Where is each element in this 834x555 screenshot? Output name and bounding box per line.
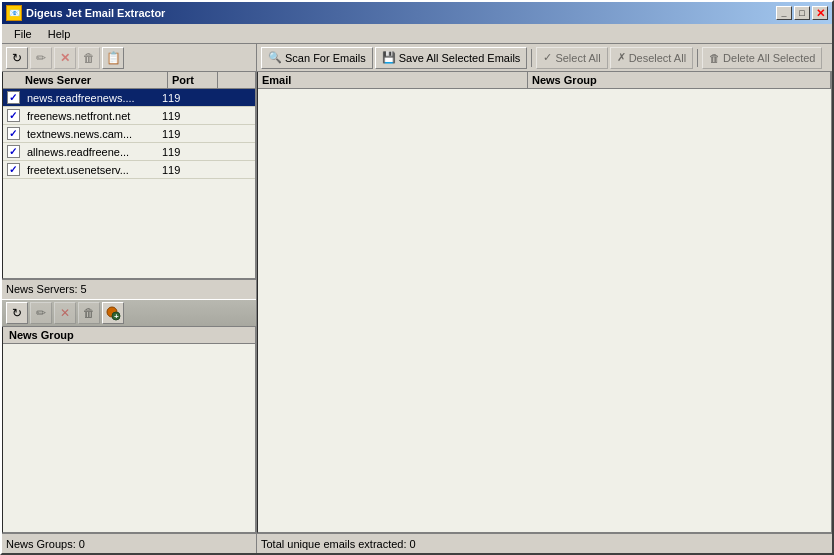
newsgroups-list: News Group <box>2 327 256 534</box>
servers-trash-button[interactable]: 🗑 <box>78 47 100 69</box>
server-name-3: allnews.readfreene... <box>23 146 158 158</box>
maximize-button[interactable]: □ <box>794 6 810 20</box>
delete-icon: 🗑 <box>709 52 720 64</box>
newsgroups-toolbar: ↻ ✏ ✕ 🗑 + <box>2 299 256 327</box>
servers-count: News Servers: 5 <box>6 283 87 295</box>
ng-delete-button[interactable]: ✕ <box>54 302 76 324</box>
header-newsgroup: News Group <box>3 327 78 343</box>
emails-count: Total unique emails extracted: 0 <box>261 538 416 550</box>
servers-refresh-button[interactable]: ↻ <box>6 47 28 69</box>
servers-delete-button[interactable]: ✕ <box>54 47 76 69</box>
server-port-0: 119 <box>158 92 203 104</box>
ng-edit-button[interactable]: ✏ <box>30 302 52 324</box>
header-email: Email <box>258 72 528 88</box>
server-row[interactable]: freetext.usenetserv... 119 <box>3 161 255 179</box>
toolbar-separator-1 <box>531 49 532 67</box>
checkmark-3 <box>7 145 20 158</box>
server-port-2: 119 <box>158 128 203 140</box>
scan-icon: 🔍 <box>268 51 282 64</box>
menu-help[interactable]: Help <box>40 26 79 42</box>
deselect-label: Deselect All <box>629 52 686 64</box>
deselect-all-button[interactable]: ✗ Deselect All <box>610 47 693 69</box>
row-checkbox-0[interactable] <box>3 89 23 107</box>
deselect-icon: ✗ <box>617 51 626 64</box>
checkmark-0 <box>7 91 20 104</box>
svg-text:+: + <box>114 312 119 321</box>
emails-status: Total unique emails extracted: 0 <box>257 533 832 553</box>
select-all-button[interactable]: ✓ Select All <box>536 47 607 69</box>
right-panel: 🔍 Scan For Emails 💾 Save All Selected Em… <box>257 44 832 553</box>
row-checkbox-3[interactable] <box>3 143 23 161</box>
scan-label: Scan For Emails <box>285 52 366 64</box>
servers-toolbar: ↻ ✏ ✕ 🗑 📋 <box>2 44 256 72</box>
emails-toolbar: 🔍 Scan For Emails 💾 Save All Selected Em… <box>257 44 832 72</box>
checkmark-1 <box>7 109 20 122</box>
row-checkbox-4[interactable] <box>3 161 23 179</box>
row-checkbox-2[interactable] <box>3 125 23 143</box>
emails-list-header: Email News Group <box>258 72 831 89</box>
server-row[interactable]: freenews.netfront.net 119 <box>3 107 255 125</box>
window-title: Digeus Jet Email Extractor <box>26 7 165 19</box>
newsgroups-status: News Groups: 0 <box>2 533 256 553</box>
delete-all-button[interactable]: 🗑 Delete All Selected <box>702 47 822 69</box>
server-name-4: freetext.usenetserv... <box>23 164 158 176</box>
delete-label: Delete All Selected <box>723 52 815 64</box>
server-port-4: 119 <box>158 164 203 176</box>
main-content: ↻ ✏ ✕ 🗑 📋 News Server Port news.readfree… <box>2 44 832 553</box>
server-name-0: news.readfreenews.... <box>23 92 158 104</box>
header-server: News Server <box>3 72 168 88</box>
window-controls: _ □ ✕ <box>776 6 828 20</box>
close-button[interactable]: ✕ <box>812 6 828 20</box>
app-icon: 📧 <box>6 5 22 21</box>
newsgroups-count: News Groups: 0 <box>6 538 85 550</box>
servers-edit-button[interactable]: ✏ <box>30 47 52 69</box>
emails-list: Email News Group <box>257 72 832 533</box>
header-port: Port <box>168 72 218 88</box>
main-window: 📧 Digeus Jet Email Extractor _ □ ✕ File … <box>0 0 834 555</box>
ng-trash-button[interactable]: 🗑 <box>78 302 100 324</box>
ng-add-icon: + <box>105 305 121 321</box>
header-email-newsgroup: News Group <box>528 72 831 88</box>
save-icon: 💾 <box>382 51 396 64</box>
server-row[interactable]: allnews.readfreene... 119 <box>3 143 255 161</box>
menu-bar: File Help <box>2 24 832 44</box>
select-all-label: Select All <box>555 52 600 64</box>
left-panel: ↻ ✏ ✕ 🗑 📋 News Server Port news.readfree… <box>2 44 257 553</box>
server-port-3: 119 <box>158 146 203 158</box>
minimize-button[interactable]: _ <box>776 6 792 20</box>
ng-refresh-button[interactable]: ↻ <box>6 302 28 324</box>
row-checkbox-1[interactable] <box>3 107 23 125</box>
title-bar: 📧 Digeus Jet Email Extractor _ □ ✕ <box>2 2 832 24</box>
server-name-1: freenews.netfront.net <box>23 110 158 122</box>
save-emails-button[interactable]: 💾 Save All Selected Emails <box>375 47 528 69</box>
servers-status: News Servers: 5 <box>2 279 256 299</box>
select-all-icon: ✓ <box>543 51 552 64</box>
menu-file[interactable]: File <box>6 26 40 42</box>
checkmark-4 <box>7 163 20 176</box>
scan-emails-button[interactable]: 🔍 Scan For Emails <box>261 47 373 69</box>
save-label: Save All Selected Emails <box>399 52 521 64</box>
server-name-2: textnews.news.cam... <box>23 128 158 140</box>
checkmark-2 <box>7 127 20 140</box>
servers-list: News Server Port news.readfreenews.... 1… <box>2 72 256 279</box>
toolbar-separator-2 <box>697 49 698 67</box>
servers-add-button[interactable]: 📋 <box>102 47 124 69</box>
server-row[interactable]: news.readfreenews.... 119 <box>3 89 255 107</box>
server-port-1: 119 <box>158 110 203 122</box>
server-row[interactable]: textnews.news.cam... 119 <box>3 125 255 143</box>
newsgroups-list-header: News Group <box>3 327 255 344</box>
servers-list-header: News Server Port <box>3 72 255 89</box>
ng-add-button[interactable]: + <box>102 302 124 324</box>
